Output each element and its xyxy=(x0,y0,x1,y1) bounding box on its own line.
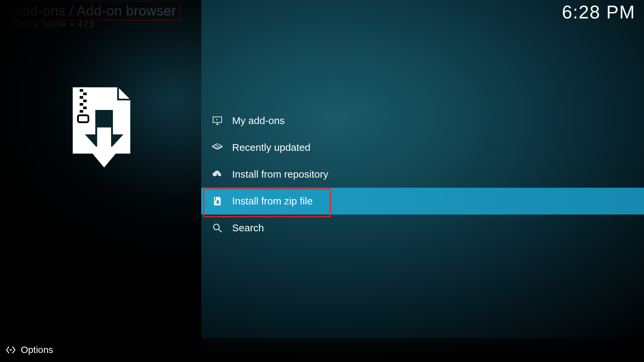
clock: 6:28 PM xyxy=(562,1,635,23)
svg-rect-7 xyxy=(80,110,83,113)
svg-rect-4 xyxy=(83,100,87,102)
menu-item-label: Install from repository xyxy=(232,169,328,180)
svg-point-11 xyxy=(214,224,219,230)
cloud-down-icon xyxy=(208,169,227,180)
svg-rect-1 xyxy=(80,89,83,92)
zip-down-icon xyxy=(208,195,227,207)
svg-rect-10 xyxy=(215,197,216,200)
svg-rect-2 xyxy=(83,93,87,95)
menu-item-my-addons[interactable]: My add-ons xyxy=(201,107,644,134)
menu-item-label: Recently updated xyxy=(232,142,311,153)
left-panel xyxy=(0,0,201,362)
menu-item-label: Search xyxy=(232,222,264,234)
options-button[interactable]: Options xyxy=(21,345,53,355)
search-icon xyxy=(208,222,227,234)
menu-item-search[interactable]: Search xyxy=(201,215,644,241)
svg-rect-6 xyxy=(83,107,87,109)
zip-download-hero-icon xyxy=(54,79,148,173)
menu-item-recently-updated[interactable]: Recently updated xyxy=(201,134,644,161)
svg-rect-8 xyxy=(78,115,88,122)
menu-item-install-zip[interactable]: Install from zip file xyxy=(201,188,644,215)
svg-rect-5 xyxy=(80,103,83,106)
svg-point-12 xyxy=(10,349,12,351)
menu-item-install-repository[interactable]: Install from repository xyxy=(201,161,644,188)
svg-rect-3 xyxy=(80,96,83,99)
options-icon[interactable] xyxy=(4,345,17,355)
menu-item-label: My add-ons xyxy=(232,115,285,126)
menu-list: My add-ons Recently updated Install from… xyxy=(201,107,644,241)
box-open-icon xyxy=(208,142,227,153)
monitor-icon xyxy=(208,115,227,126)
footer: Options xyxy=(0,338,644,362)
menu-item-label: Install from zip file xyxy=(232,195,313,207)
